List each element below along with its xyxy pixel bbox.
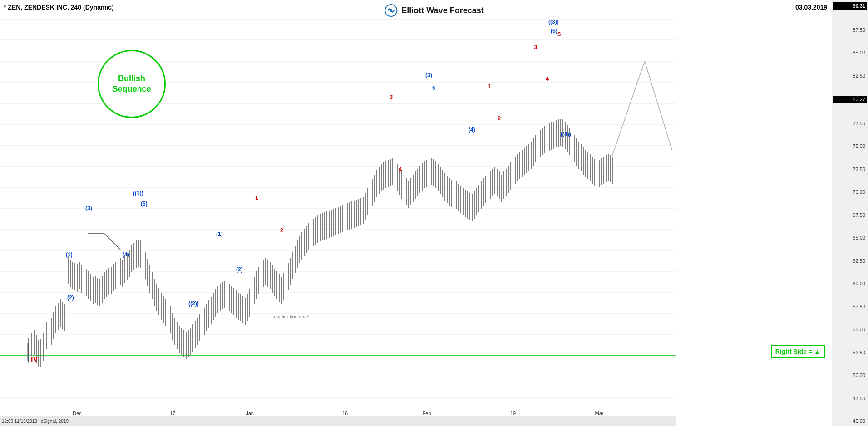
price-label-450: 45.00 [833,418,867,424]
svg-text:Jan: Jan [246,411,254,416]
svg-text:4: 4 [399,166,402,173]
svg-text:(2): (2) [67,294,74,301]
svg-text:2: 2 [280,227,283,234]
svg-text:16: 16 [342,411,348,416]
svg-text:((3)): ((3)) [548,19,559,25]
svg-text:(1): (1) [216,231,223,237]
chart-svg: Dec 17 Jan 16 Feb 19 Mar IV (1) (2) (3) … [0,0,676,426]
price-label-700: 70.00 [833,189,867,195]
price-label-600: 60.00 [833,281,867,286]
svg-text:4: 4 [546,75,549,82]
bottom-bar: 12:00 11/16/2018 eSignal, 2019 [0,416,676,426]
right-side-badge: Right Side = ▲ [771,345,825,358]
svg-text:(3): (3) [425,72,432,78]
svg-text:Dec: Dec [73,411,82,416]
price-label-575: 57.50 [833,304,867,309]
price-label-775: 77.50 [833,121,867,126]
svg-text:(5): (5) [551,28,557,34]
price-label-500: 50.00 [833,372,867,378]
svg-text:Mar: Mar [595,411,604,416]
svg-text:((1)): ((1)) [133,190,143,196]
right-side-text: Right Side = [775,348,812,355]
price-label-650: 65.00 [833,235,867,240]
svg-text:(3): (3) [85,205,92,211]
ewf-logo-icon [384,4,398,17]
chart-time: 12:00 11/16/2018 [2,419,37,424]
svg-text:(1): (1) [66,251,73,258]
chart-container: Dec 17 Jan 16 Feb 19 Mar IV (1) (2) (3) … [0,0,868,426]
svg-text:5: 5 [557,31,561,38]
svg-point-316 [390,9,392,12]
price-label-525: 52.50 [833,350,867,355]
svg-text:(5): (5) [141,201,148,207]
svg-text:17: 17 [170,411,175,416]
svg-text:1: 1 [255,194,258,201]
bullish-sequence-circle: BullishSequence [98,50,166,118]
svg-text:(4): (4) [469,127,475,133]
price-label-625: 62.50 [833,258,867,264]
data-source: eSignal, 2019 [41,419,69,424]
invalidation-level-label: Invalidation level [272,314,309,319]
price-label-850: 85.00 [833,50,867,55]
price-label-475: 47.50 [833,396,867,401]
svg-text:((4)): ((4)) [561,131,571,137]
price-label-675: 67.50 [833,212,867,218]
price-axis: 90.31 87.50 85.00 82.50 80.27 77.50 75.0… [832,0,868,426]
price-label-725: 72.50 [833,166,867,172]
price-label-875: 87.50 [833,27,867,33]
right-side-arrow-icon: ▲ [814,348,820,355]
svg-text:((2)): ((2)) [188,300,199,307]
svg-text:5: 5 [432,85,435,91]
chart-title: * ZEN, ZENDESK INC, 240 (Dynamic) [4,4,114,11]
bullish-sequence-text: BullishSequence [112,73,151,95]
svg-text:1: 1 [488,83,491,90]
svg-text:Feb: Feb [423,411,431,416]
price-label-550: 55.00 [833,327,867,332]
svg-text:(2): (2) [236,266,243,273]
svg-text:IV: IV [31,356,38,363]
svg-text:3: 3 [534,44,537,50]
svg-text:(4): (4) [123,251,129,258]
svg-text:19: 19 [510,411,516,416]
logo-area: Elliott Wave Forecast [384,4,483,17]
svg-text:2: 2 [498,115,501,122]
svg-text:3: 3 [390,93,393,100]
price-label-825: 82.50 [833,73,867,78]
logo-text: Elliott Wave Forecast [401,6,483,15]
price-label-750: 75.00 [833,143,867,149]
price-current: 80.27 [833,96,867,103]
chart-date: 03.03.2019 [795,4,827,11]
price-top: 90.31 [833,2,867,10]
